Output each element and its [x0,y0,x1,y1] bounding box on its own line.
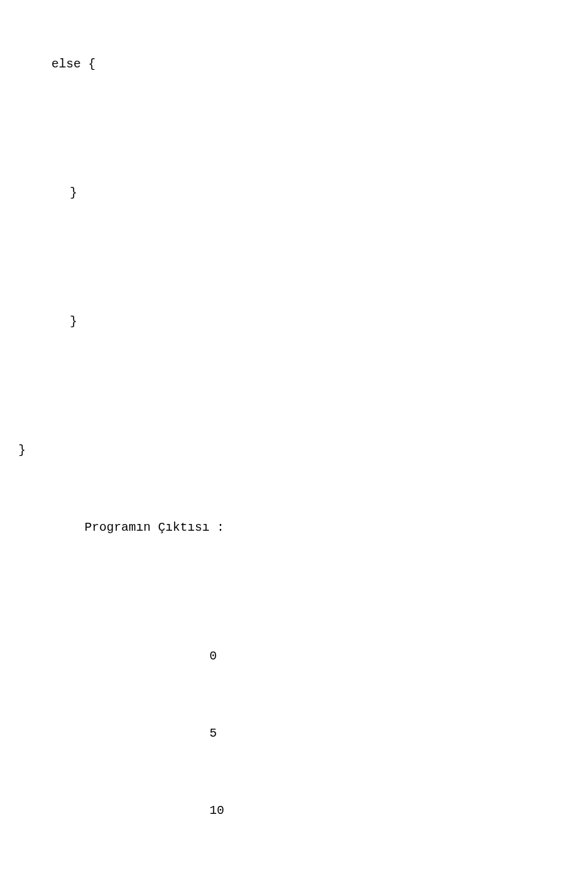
code-brace: } [18,309,564,335]
output-line: 5 [18,721,564,746]
output-line: 10 [18,798,564,824]
code-brace: } [18,180,564,206]
output-label: Programın Çıktısı : [18,515,564,541]
output-line: 0 [18,644,564,669]
code-segment-top: else { } } } Programın Çıktısı : 0 5 10 … [18,0,564,877]
code-brace: } [18,438,564,463]
code-line: else { [18,51,564,77]
